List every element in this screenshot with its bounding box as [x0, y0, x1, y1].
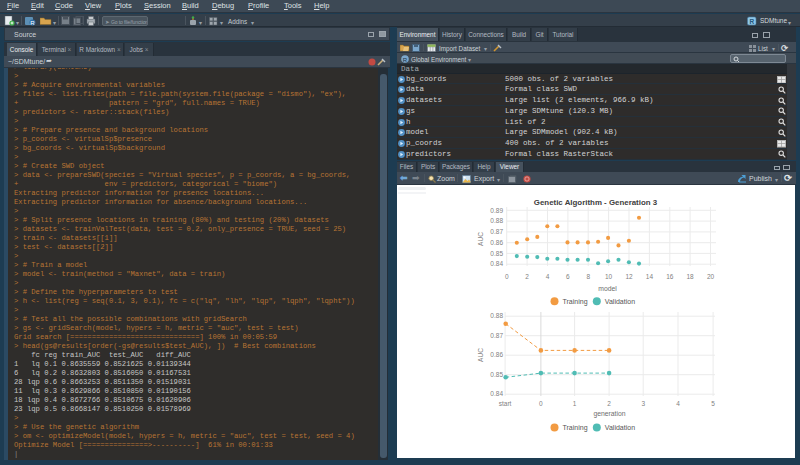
svg-text:Training: Training — [563, 298, 588, 306]
svg-text:0.86: 0.86 — [490, 239, 503, 246]
svg-text:18: 18 — [686, 273, 694, 280]
svg-text:14: 14 — [646, 273, 654, 280]
svg-text:model: model — [598, 285, 617, 292]
svg-text:0.84: 0.84 — [490, 390, 503, 397]
svg-text:6: 6 — [566, 273, 570, 280]
svg-text:0.89: 0.89 — [490, 207, 503, 214]
svg-text:generation: generation — [593, 410, 625, 418]
svg-text:4: 4 — [546, 273, 550, 280]
svg-text:0.85: 0.85 — [490, 371, 503, 378]
svg-text:8: 8 — [586, 273, 590, 280]
svg-text:16: 16 — [666, 273, 674, 280]
svg-text:0.87: 0.87 — [490, 332, 503, 339]
svg-text:2: 2 — [607, 400, 611, 407]
svg-text:0: 0 — [539, 400, 543, 407]
svg-text:0.88: 0.88 — [490, 217, 503, 224]
svg-text:R: R — [749, 18, 754, 25]
svg-text:3: 3 — [641, 400, 645, 407]
svg-text:R: R — [403, 56, 408, 62]
svg-text:20: 20 — [707, 273, 715, 280]
svg-text:Validation: Validation — [605, 424, 635, 431]
svg-text:0.85: 0.85 — [490, 250, 503, 257]
svg-text:0.84: 0.84 — [490, 260, 503, 267]
svg-text:AUC: AUC — [477, 348, 484, 362]
svg-text:Training: Training — [563, 424, 588, 432]
svg-text:0.88: 0.88 — [490, 312, 503, 319]
svg-text:0.87: 0.87 — [490, 228, 503, 235]
svg-text:10: 10 — [605, 273, 613, 280]
svg-text:4: 4 — [676, 400, 680, 407]
svg-text:Validation: Validation — [605, 298, 635, 305]
svg-text:start: start — [499, 400, 512, 407]
svg-text:Genetic Algorithm - Generation: Genetic Algorithm - Generation 3 — [534, 198, 658, 207]
svg-text:12: 12 — [625, 273, 633, 280]
svg-text:0: 0 — [505, 273, 509, 280]
svg-text:0.86: 0.86 — [490, 351, 503, 358]
svg-text:AUC: AUC — [477, 232, 484, 246]
svg-text:5: 5 — [711, 400, 715, 407]
svg-text:1: 1 — [573, 400, 577, 407]
svg-text:R: R — [30, 20, 35, 26]
svg-text:2: 2 — [525, 273, 529, 280]
